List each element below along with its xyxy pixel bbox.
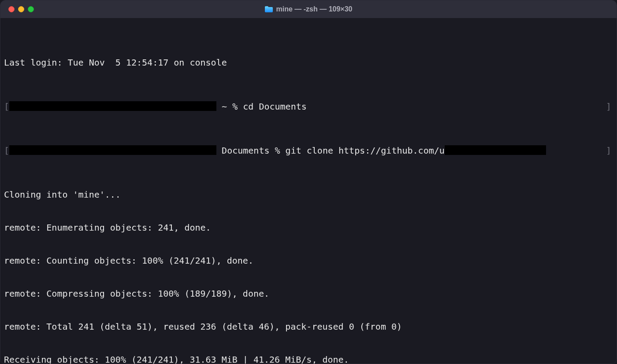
git-output-line: remote: Total 241 (delta 51), reused 236… — [4, 321, 613, 332]
redacted-hostname — [9, 101, 216, 111]
folder-icon — [265, 6, 273, 12]
bracket-open: [ — [4, 145, 9, 156]
git-output-line: remote: Enumerating objects: 241, done. — [4, 222, 613, 233]
git-output-line: Receiving objects: 100% (241/241), 31.63… — [4, 354, 613, 364]
maximize-button[interactable] — [28, 6, 34, 12]
redacted-repo-url — [445, 145, 546, 155]
prompt-path: ~ % — [216, 101, 243, 112]
command-cd-documents: cd Documents — [243, 101, 307, 112]
command-git-clone: git clone https://github.com/u — [286, 145, 445, 156]
bracket-close: ] — [606, 145, 613, 156]
git-output-line: remote: Compressing objects: 100% (189/1… — [4, 288, 613, 299]
redacted-hostname — [9, 145, 216, 155]
titlebar[interactable]: mine — -zsh — 109×30 — [0, 0, 617, 18]
prompt-line-1: [ ~ % cd Documents] — [4, 101, 613, 112]
git-output-line: Cloning into 'mine'... — [4, 189, 613, 200]
traffic-lights — [0, 6, 34, 12]
prompt-line-2: [ Documents % git clone https://github.c… — [4, 145, 613, 156]
bracket-open: [ — [4, 101, 9, 112]
close-button[interactable] — [8, 6, 15, 12]
window-title: mine — -zsh — 109×30 — [0, 5, 617, 13]
terminal-window: mine — -zsh — 109×30 Last login: Tue Nov… — [0, 0, 617, 364]
prompt-path: Documents % — [216, 145, 286, 156]
minimize-button[interactable] — [18, 6, 24, 12]
bracket-close: ] — [606, 101, 613, 112]
terminal-body[interactable]: Last login: Tue Nov 5 12:54:17 on consol… — [0, 18, 617, 364]
window-title-text: mine — -zsh — 109×30 — [276, 5, 353, 13]
last-login-line: Last login: Tue Nov 5 12:54:17 on consol… — [4, 57, 613, 68]
git-output-line: remote: Counting objects: 100% (241/241)… — [4, 255, 613, 266]
